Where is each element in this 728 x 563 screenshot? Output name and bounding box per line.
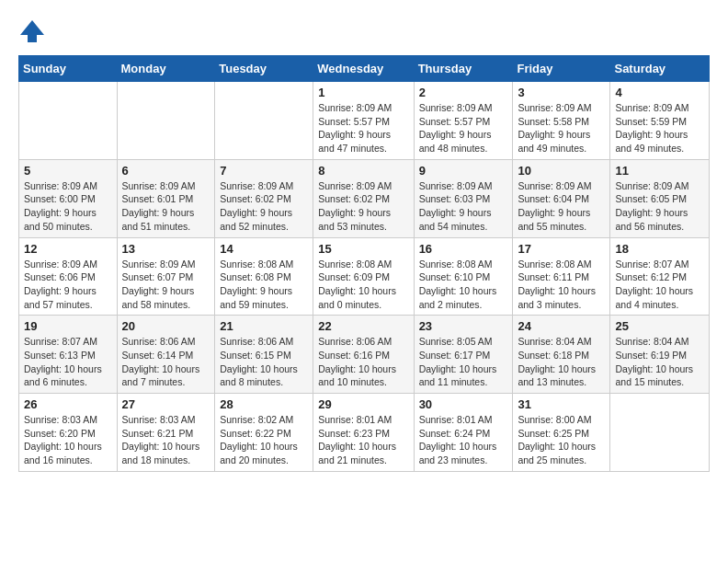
svg-rect-1 (28, 35, 37, 42)
day-info: Sunrise: 8:09 AM Sunset: 6:02 PM Dayligh… (318, 179, 408, 234)
day-info: Sunrise: 8:09 AM Sunset: 6:04 PM Dayligh… (518, 179, 605, 234)
calendar-cell: 23Sunrise: 8:05 AM Sunset: 6:17 PM Dayli… (414, 316, 513, 394)
day-info: Sunrise: 8:01 AM Sunset: 6:23 PM Dayligh… (318, 413, 408, 467)
calendar-week-row: 1Sunrise: 8:09 AM Sunset: 5:57 PM Daylig… (19, 82, 710, 160)
day-info: Sunrise: 8:09 AM Sunset: 5:57 PM Dayligh… (318, 101, 408, 155)
day-number: 17 (518, 242, 605, 256)
calendar-cell: 26Sunrise: 8:03 AM Sunset: 6:20 PM Dayli… (19, 394, 118, 472)
day-number: 5 (24, 164, 112, 178)
day-info: Sunrise: 8:08 AM Sunset: 6:11 PM Dayligh… (518, 258, 605, 312)
day-info: Sunrise: 8:08 AM Sunset: 6:09 PM Dayligh… (318, 258, 408, 312)
day-info: Sunrise: 8:09 AM Sunset: 6:01 PM Dayligh… (122, 179, 210, 234)
day-number: 26 (24, 397, 112, 411)
calendar-week-row: 26Sunrise: 8:03 AM Sunset: 6:20 PM Dayli… (19, 394, 710, 472)
calendar-week-row: 19Sunrise: 8:07 AM Sunset: 6:13 PM Dayli… (19, 316, 710, 394)
day-number: 2 (419, 86, 508, 99)
day-number: 13 (122, 242, 210, 256)
calendar-cell (19, 82, 118, 160)
weekday-header-cell: Monday (117, 56, 215, 82)
day-number: 24 (518, 319, 605, 333)
day-number: 31 (518, 397, 605, 411)
day-info: Sunrise: 8:09 AM Sunset: 6:03 PM Dayligh… (419, 179, 508, 234)
weekday-header-cell: Tuesday (215, 56, 313, 82)
day-info: Sunrise: 8:03 AM Sunset: 6:20 PM Dayligh… (24, 413, 112, 467)
calendar-cell: 24Sunrise: 8:04 AM Sunset: 6:18 PM Dayli… (513, 316, 610, 394)
day-info: Sunrise: 8:09 AM Sunset: 6:05 PM Dayligh… (615, 179, 704, 234)
day-number: 30 (419, 397, 508, 411)
calendar-cell: 22Sunrise: 8:06 AM Sunset: 6:16 PM Dayli… (313, 316, 414, 394)
day-info: Sunrise: 8:02 AM Sunset: 6:22 PM Dayligh… (220, 413, 308, 467)
day-number: 4 (615, 86, 704, 99)
calendar-cell: 17Sunrise: 8:08 AM Sunset: 6:11 PM Dayli… (513, 237, 610, 316)
day-number: 22 (318, 319, 408, 333)
calendar-cell: 19Sunrise: 8:07 AM Sunset: 6:13 PM Dayli… (19, 316, 118, 394)
day-info: Sunrise: 8:06 AM Sunset: 6:14 PM Dayligh… (122, 335, 210, 389)
day-info: Sunrise: 8:07 AM Sunset: 6:12 PM Dayligh… (615, 258, 704, 312)
day-info: Sunrise: 8:08 AM Sunset: 6:08 PM Dayligh… (220, 258, 308, 312)
calendar-cell: 31Sunrise: 8:00 AM Sunset: 6:25 PM Dayli… (513, 394, 610, 472)
day-number: 10 (518, 164, 605, 178)
calendar-cell (215, 82, 313, 160)
calendar-table: SundayMondayTuesdayWednesdayThursdayFrid… (18, 55, 710, 472)
day-number: 11 (615, 164, 704, 178)
day-number: 7 (220, 164, 308, 178)
weekday-header-cell: Friday (513, 56, 610, 82)
weekday-header-cell: Sunday (19, 56, 118, 82)
day-info: Sunrise: 8:01 AM Sunset: 6:24 PM Dayligh… (419, 413, 508, 467)
day-number: 19 (24, 319, 112, 333)
weekday-header-cell: Saturday (610, 56, 710, 82)
calendar-cell: 25Sunrise: 8:04 AM Sunset: 6:19 PM Dayli… (610, 316, 710, 394)
day-number: 12 (24, 242, 112, 256)
weekday-header-cell: Thursday (414, 56, 513, 82)
day-number: 8 (318, 164, 408, 178)
day-number: 27 (122, 397, 210, 411)
day-info: Sunrise: 8:00 AM Sunset: 6:25 PM Dayligh… (518, 413, 605, 467)
calendar-cell: 2Sunrise: 8:09 AM Sunset: 5:57 PM Daylig… (414, 82, 513, 160)
day-info: Sunrise: 8:04 AM Sunset: 6:19 PM Dayligh… (615, 335, 704, 389)
calendar-cell (117, 82, 215, 160)
day-info: Sunrise: 8:04 AM Sunset: 6:18 PM Dayligh… (518, 335, 605, 389)
day-info: Sunrise: 8:08 AM Sunset: 6:10 PM Dayligh… (419, 258, 508, 312)
page-header (18, 18, 710, 46)
calendar-cell: 7Sunrise: 8:09 AM Sunset: 6:02 PM Daylig… (215, 159, 313, 237)
calendar-cell: 10Sunrise: 8:09 AM Sunset: 6:04 PM Dayli… (513, 159, 610, 237)
day-number: 16 (419, 242, 508, 256)
day-number: 20 (122, 319, 210, 333)
day-info: Sunrise: 8:03 AM Sunset: 6:21 PM Dayligh… (122, 413, 210, 467)
calendar-cell: 6Sunrise: 8:09 AM Sunset: 6:01 PM Daylig… (117, 159, 215, 237)
day-number: 9 (419, 164, 508, 178)
day-info: Sunrise: 8:06 AM Sunset: 6:15 PM Dayligh… (220, 335, 308, 389)
day-number: 14 (220, 242, 308, 256)
calendar-cell: 3Sunrise: 8:09 AM Sunset: 5:58 PM Daylig… (513, 82, 610, 160)
calendar-cell: 5Sunrise: 8:09 AM Sunset: 6:00 PM Daylig… (19, 159, 118, 237)
calendar-cell: 4Sunrise: 8:09 AM Sunset: 5:59 PM Daylig… (610, 82, 710, 160)
calendar-cell: 16Sunrise: 8:08 AM Sunset: 6:10 PM Dayli… (414, 237, 513, 316)
calendar-cell: 15Sunrise: 8:08 AM Sunset: 6:09 PM Dayli… (313, 237, 414, 316)
day-number: 28 (220, 397, 308, 411)
logo (18, 18, 50, 46)
day-number: 21 (220, 319, 308, 333)
day-number: 29 (318, 397, 408, 411)
calendar-cell: 8Sunrise: 8:09 AM Sunset: 6:02 PM Daylig… (313, 159, 414, 237)
day-number: 15 (318, 242, 408, 256)
logo-icon (18, 18, 46, 46)
day-info: Sunrise: 8:09 AM Sunset: 6:02 PM Dayligh… (220, 179, 308, 234)
day-number: 25 (615, 319, 704, 333)
day-info: Sunrise: 8:09 AM Sunset: 6:00 PM Dayligh… (24, 179, 112, 234)
day-info: Sunrise: 8:09 AM Sunset: 5:57 PM Dayligh… (419, 101, 508, 155)
day-info: Sunrise: 8:06 AM Sunset: 6:16 PM Dayligh… (318, 335, 408, 389)
weekday-header-cell: Wednesday (313, 56, 414, 82)
day-number: 23 (419, 319, 508, 333)
day-info: Sunrise: 8:09 AM Sunset: 5:58 PM Dayligh… (518, 101, 605, 155)
calendar-cell: 20Sunrise: 8:06 AM Sunset: 6:14 PM Dayli… (117, 316, 215, 394)
day-info: Sunrise: 8:07 AM Sunset: 6:13 PM Dayligh… (24, 335, 112, 389)
calendar-cell: 21Sunrise: 8:06 AM Sunset: 6:15 PM Dayli… (215, 316, 313, 394)
day-number: 1 (318, 86, 408, 99)
calendar-cell: 27Sunrise: 8:03 AM Sunset: 6:21 PM Dayli… (117, 394, 215, 472)
calendar-body: 1Sunrise: 8:09 AM Sunset: 5:57 PM Daylig… (19, 82, 710, 472)
day-number: 6 (122, 164, 210, 178)
calendar-cell: 12Sunrise: 8:09 AM Sunset: 6:06 PM Dayli… (19, 237, 118, 316)
calendar-cell: 14Sunrise: 8:08 AM Sunset: 6:08 PM Dayli… (215, 237, 313, 316)
day-info: Sunrise: 8:09 AM Sunset: 6:07 PM Dayligh… (122, 258, 210, 312)
day-info: Sunrise: 8:05 AM Sunset: 6:17 PM Dayligh… (419, 335, 508, 389)
